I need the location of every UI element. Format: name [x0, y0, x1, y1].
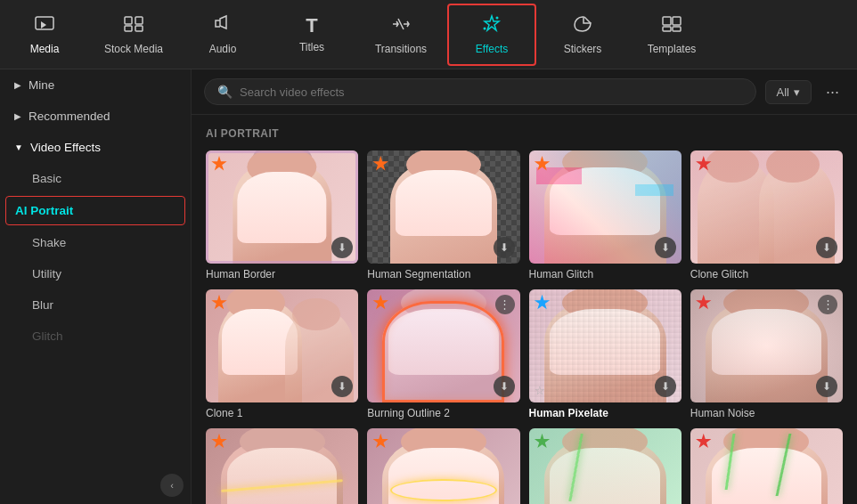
badge-orange-clone1: [211, 295, 227, 311]
effect-lightning-flash-1[interactable]: ⬇ Lightning Flash 1: [529, 428, 682, 504]
svg-rect-0: [36, 17, 53, 29]
effect-name-clone1: Clone 1: [206, 407, 358, 419]
effects-icon: [480, 14, 503, 37]
svg-point-5: [496, 16, 499, 19]
nav-titles[interactable]: T Titles: [267, 0, 356, 69]
effects-label: Effects: [476, 43, 508, 55]
nav-transitions[interactable]: Transitions: [356, 0, 445, 69]
filter-label: All: [777, 85, 789, 99]
audio-icon: [212, 14, 233, 37]
search-bar: 🔍 All ▾ ···: [192, 69, 857, 115]
more-noise-icon[interactable]: ⋮: [818, 295, 837, 314]
svg-rect-8: [673, 17, 681, 25]
badge-red-lightning2: [696, 434, 712, 450]
nav-media[interactable]: Media: [0, 0, 89, 69]
nav-stickers[interactable]: Stickers: [538, 0, 627, 69]
effect-name-human-seg: Human Segmentation: [367, 268, 519, 280]
download-human-glitch[interactable]: ⬇: [655, 237, 676, 258]
audio-label: Audio: [209, 43, 237, 55]
nav-effects[interactable]: Effects: [447, 4, 536, 66]
nav-audio[interactable]: Audio: [178, 0, 267, 69]
effect-thumb-lightning1: ⬇: [529, 428, 682, 504]
sidebar-bottom: ‹: [0, 467, 191, 504]
sidebar-item-blur[interactable]: Blur: [0, 289, 191, 321]
nav-stock-media[interactable]: Stock Media: [89, 0, 178, 69]
effect-neon-ring-2[interactable]: ⬇ Neon Ring 2: [367, 428, 519, 504]
sidebar-glitch-label: Glitch: [32, 329, 63, 343]
search-input-wrapper[interactable]: 🔍: [204, 78, 756, 105]
effect-clone-glitch[interactable]: ⬇ Clone Glitch: [690, 150, 843, 280]
more-burning-icon[interactable]: ⋮: [495, 295, 515, 314]
effect-thumb-clone-glitch: ⬇: [690, 150, 843, 264]
sidebar-item-basic[interactable]: Basic: [0, 163, 191, 194]
effect-human-border[interactable]: ⬇ Human Border: [206, 150, 358, 280]
download-human-noise[interactable]: ⬇: [816, 376, 837, 397]
download-human-seg[interactable]: ⬇: [494, 237, 515, 258]
nav-templates[interactable]: Templates: [627, 0, 716, 69]
sidebar-item-video-effects[interactable]: ▼ Video Effects: [0, 132, 191, 163]
svg-rect-7: [663, 17, 671, 25]
effect-name-human-noise: Human Noise: [690, 407, 843, 419]
effects-content: AI PORTRAIT ⬇ Human Border: [192, 115, 857, 504]
badge-orange-neon-ring: [372, 434, 388, 450]
stock-media-icon: [123, 14, 144, 37]
effect-name-human-glitch: Human Glitch: [529, 268, 682, 280]
effect-name-human-border: Human Border: [206, 268, 358, 280]
stickers-icon: [571, 14, 594, 37]
svg-rect-4: [135, 26, 143, 31]
templates-label: Templates: [648, 43, 697, 55]
sidebar-item-glitch[interactable]: Glitch: [0, 321, 191, 352]
mine-arrow-icon: ▶: [14, 80, 21, 90]
sidebar-item-mine[interactable]: ▶ Mine: [0, 69, 191, 101]
recommended-arrow-icon: ▶: [14, 111, 21, 121]
effect-burning-outline-2[interactable]: ⋮ ⬇ Burning Outline 2: [367, 289, 519, 419]
svg-rect-2: [135, 17, 143, 24]
sidebar-recommended-label: Recommended: [29, 110, 110, 123]
sidebar-item-utility[interactable]: Utility: [0, 258, 191, 289]
effect-clone-1[interactable]: ⬇ Clone 1: [206, 289, 358, 419]
effect-neon-flow-4[interactable]: ⬇ Neon Flow 4: [206, 428, 358, 504]
effect-thumb-burning: ⋮ ⬇: [367, 289, 519, 402]
stickers-label: Stickers: [564, 43, 602, 55]
effect-human-segmentation[interactable]: ⬇ Human Segmentation: [367, 150, 519, 280]
badge-orange-burning: [372, 295, 388, 311]
effect-human-pixelate[interactable]: ☆ ⬇ Human Pixelate: [529, 289, 682, 419]
effect-name-clone-glitch: Clone Glitch: [690, 268, 843, 280]
download-clone1[interactable]: ⬇: [331, 376, 353, 397]
titles-label: Titles: [299, 41, 324, 53]
sidebar-item-recommended[interactable]: ▶ Recommended: [0, 101, 191, 132]
sidebar-item-shake[interactable]: Shake: [0, 227, 191, 258]
titles-icon: T: [306, 16, 317, 36]
download-human-border[interactable]: ⬇: [331, 237, 353, 258]
media-icon: [34, 14, 55, 37]
effect-name-human-pix: Human Pixelate: [529, 407, 682, 419]
svg-rect-10: [673, 27, 681, 31]
filter-chevron-icon: ▾: [794, 85, 800, 99]
stock-media-label: Stock Media: [104, 43, 163, 55]
search-input[interactable]: [240, 85, 743, 99]
transitions-label: Transitions: [375, 43, 427, 55]
effect-human-noise[interactable]: ⋮ ⬇ Human Noise: [690, 289, 843, 419]
star-human-pix-icon[interactable]: ☆: [535, 384, 545, 397]
svg-point-6: [484, 27, 486, 29]
effect-lightning-flash-2[interactable]: ⬇ Lightning Flash 2: [690, 428, 843, 504]
badge-orange-neon-flow: [211, 434, 227, 450]
effect-thumb-neon-flow: ⬇: [206, 428, 358, 504]
more-options-button[interactable]: ···: [820, 79, 845, 105]
sidebar-basic-label: Basic: [32, 172, 61, 185]
sidebar-blur-label: Blur: [32, 298, 53, 312]
download-clone-glitch[interactable]: ⬇: [816, 237, 837, 258]
svg-rect-3: [125, 26, 132, 31]
effect-name-burning: Burning Outline 2: [367, 407, 519, 419]
sidebar-item-ai-portrait[interactable]: AI Portrait: [5, 196, 185, 225]
effect-thumb-clone1: ⬇: [206, 289, 358, 402]
filter-dropdown[interactable]: All ▾: [765, 80, 812, 104]
effect-human-glitch[interactable]: ⬇ Human Glitch: [529, 150, 682, 280]
sidebar-collapse-button[interactable]: ‹: [160, 474, 184, 497]
download-burning[interactable]: ⬇: [494, 376, 515, 397]
media-label: Media: [30, 43, 60, 55]
download-human-pix[interactable]: ⬇: [655, 376, 676, 397]
sidebar-shake-label: Shake: [32, 236, 66, 249]
templates-icon: [660, 14, 683, 37]
section-title: AI PORTRAIT: [206, 127, 843, 140]
